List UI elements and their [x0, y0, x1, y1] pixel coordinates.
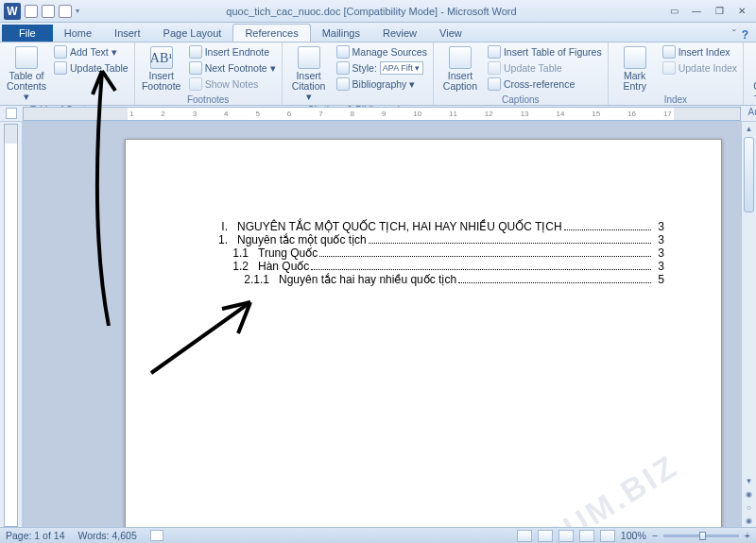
vertical-scrollbar[interactable]: ▲ ▼ ◉ ○ ◉: [741, 122, 756, 527]
toc-entry-text: Hàn Quốc: [258, 260, 309, 273]
tab-page-layout[interactable]: Page Layout: [152, 25, 233, 42]
tab-references[interactable]: References: [232, 24, 310, 42]
scroll-thumb[interactable]: [744, 137, 754, 212]
mark-entry-button[interactable]: Mark Entry: [612, 44, 658, 93]
tab-file[interactable]: File: [2, 25, 53, 42]
add-text-icon: [54, 45, 67, 59]
zoom-slider[interactable]: [663, 535, 739, 537]
toc-entry-number: 1.2: [228, 260, 258, 273]
toc-leader-dots: [319, 256, 651, 257]
zoom-slider-handle[interactable]: [699, 532, 706, 540]
insert-citation-button[interactable]: Insert Citation ▾: [286, 44, 332, 104]
insert-index-button[interactable]: Insert Index: [661, 44, 739, 59]
style-value[interactable]: APA Fift ▾: [380, 61, 423, 75]
toc-entry[interactable]: 1.Nguyên tắc một quốc tịch3: [201, 233, 664, 246]
show-notes-button[interactable]: Show Notes: [187, 76, 278, 92]
status-words[interactable]: Words: 4,605: [77, 530, 136, 541]
view-draft-icon[interactable]: [600, 530, 615, 542]
manage-sources-label: Manage Sources: [352, 46, 427, 58]
quick-access-toolbar: W ▾: [4, 3, 79, 20]
group-footnotes: AB¹ Insert Footnote Insert Endnote Next …: [135, 42, 283, 105]
next-footnote-button[interactable]: Next Footnote ▾: [187, 60, 278, 76]
tab-home[interactable]: Home: [53, 25, 103, 42]
horizontal-ruler[interactable]: 1234567891011121314151617: [23, 107, 741, 121]
word-app-icon[interactable]: W: [4, 3, 21, 20]
tab-view[interactable]: View: [428, 25, 473, 42]
titlebar: W ▾ quoc_tich_cac_nuoc.doc [Compatibilit…: [0, 0, 756, 23]
toc-entry-number: 1.: [201, 233, 237, 246]
minimize-ribbon-icon[interactable]: ▭: [663, 5, 684, 18]
style-icon: [336, 61, 350, 75]
update-table-icon: [54, 61, 67, 75]
group-toc: Table of Contents ▾ Add Text ▾ Update Ta…: [0, 42, 135, 105]
table-of-contents-button[interactable]: Table of Contents ▾: [4, 44, 49, 104]
add-text-button[interactable]: Add Text ▾: [52, 44, 130, 59]
prev-page-icon[interactable]: ◉: [742, 487, 756, 501]
minimize-ribbon-icon[interactable]: ˇ: [732, 28, 736, 42]
view-print-layout-icon[interactable]: [517, 530, 532, 542]
toc-entry[interactable]: 1.1Trung Quốc3: [201, 246, 664, 260]
toc-entry-text: Nguyên tắc hai hay nhiều quốc tịch: [279, 273, 456, 286]
cross-reference-button[interactable]: Cross-reference: [486, 76, 604, 92]
manage-sources-button[interactable]: Manage Sources: [335, 44, 429, 59]
insert-footnote-button[interactable]: AB¹ Insert Footnote: [139, 44, 184, 93]
zoom-level[interactable]: 100%: [621, 530, 646, 541]
toc-leader-dots: [311, 269, 651, 270]
browse-object-icon[interactable]: ○: [742, 501, 756, 514]
view-full-screen-icon[interactable]: [538, 530, 553, 542]
zoom-in-icon[interactable]: +: [745, 530, 750, 541]
window-title: quoc_tich_cac_nuoc.doc [Compatibility Mo…: [79, 6, 663, 17]
scroll-down-icon[interactable]: ▼: [742, 474, 756, 487]
table-of-contents[interactable]: I.NGUYÊN TẮC MỘT QUỐC TỊCH, HAI HAY NHIỀ…: [201, 220, 664, 286]
minimize-button[interactable]: —: [686, 5, 707, 18]
help-area: ˇ ?: [732, 28, 754, 42]
update-index-button[interactable]: Update Index: [661, 60, 739, 76]
close-button[interactable]: ✕: [731, 5, 752, 18]
redo-icon[interactable]: [59, 5, 72, 18]
toc-entry-text: Nguyên tắc một quốc tịch: [237, 233, 367, 246]
insert-table-of-figures-button[interactable]: Insert Table of Figures: [486, 44, 604, 59]
document-page[interactable]: I.NGUYÊN TẮC MỘT QUỐC TỊCH, HAI HAY NHIỀ…: [125, 139, 722, 527]
view-outline-icon[interactable]: [579, 530, 594, 542]
toc-leader-dots: [369, 243, 651, 244]
group-footnotes-label: Footnotes: [139, 93, 278, 106]
update-tof-button[interactable]: Update Table: [486, 60, 604, 76]
tab-insert[interactable]: Insert: [103, 25, 152, 42]
toc-button-label: Table of Contents ▾: [6, 71, 47, 102]
view-web-layout-icon[interactable]: [558, 530, 574, 542]
save-icon[interactable]: [25, 5, 38, 18]
update-index-label: Update Index: [679, 62, 737, 74]
document-area[interactable]: I.NGUYÊN TẮC MỘT QUỐC TỊCH, HAI HAY NHIỀ…: [23, 122, 741, 527]
bibliography-icon: [336, 77, 350, 91]
insert-caption-button[interactable]: Insert Caption: [438, 44, 483, 93]
status-page[interactable]: Page: 1 of 14: [6, 530, 64, 541]
mark-citation-button[interactable]: Mark Citation: [747, 44, 756, 93]
tab-selector-icon[interactable]: [6, 108, 17, 119]
zoom-out-icon[interactable]: −: [652, 530, 658, 541]
update-table-button[interactable]: Update Table: [52, 60, 130, 76]
tab-review[interactable]: Review: [371, 25, 428, 42]
toc-entry[interactable]: 2.1.1Nguyên tắc hai hay nhiều quốc tịch5: [201, 273, 664, 286]
bibliography-button[interactable]: Bibliography ▾: [335, 76, 429, 92]
ruler-corner[interactable]: [0, 106, 23, 122]
undo-icon[interactable]: [42, 5, 55, 18]
cross-ref-icon: [488, 77, 501, 91]
citation-style-dropdown[interactable]: Style: APA Fift ▾: [335, 60, 429, 76]
insert-endnote-button[interactable]: Insert Endnote: [187, 44, 278, 59]
next-page-icon[interactable]: ◉: [742, 514, 756, 527]
caption-icon: [449, 46, 472, 69]
toc-entry[interactable]: 1.2Hàn Quốc3: [201, 260, 664, 273]
restore-button[interactable]: ❐: [709, 5, 730, 18]
tab-mailings[interactable]: Mailings: [311, 25, 371, 42]
group-citations: Insert Citation ▾ Manage Sources Style: …: [283, 42, 434, 105]
proofing-icon[interactable]: [150, 530, 163, 541]
statusbar: Page: 1 of 14 Words: 4,605 100% − +: [0, 527, 756, 543]
vertical-ruler[interactable]: [0, 122, 23, 527]
help-icon[interactable]: ?: [742, 28, 748, 42]
group-captions: Insert Caption Insert Table of Figures U…: [434, 42, 609, 105]
watermark: .7FORUM.BIZ: [464, 448, 684, 527]
toc-entry[interactable]: I.NGUYÊN TẮC MỘT QUỐC TỊCH, HAI HAY NHIỀ…: [201, 220, 664, 233]
scroll-up-icon[interactable]: ▲: [742, 122, 756, 135]
group-authorities: Mark Citation Table of Authorities: [744, 42, 756, 105]
window-controls: ▭ — ❐ ✕: [663, 5, 752, 18]
